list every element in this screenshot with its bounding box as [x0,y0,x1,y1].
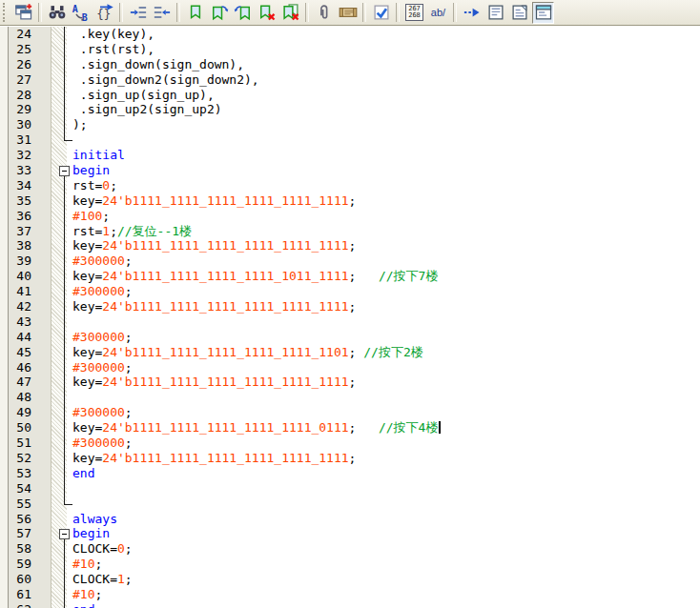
code-line[interactable]: 59#10; [0,557,700,572]
code-line[interactable]: 27 .sign_down2(sign_down2), [0,72,700,88]
bookmark-clear-all-icon [281,3,300,22]
code-text: key=24'b1111_1111_1111_1111_1111_1101; /… [31,345,423,360]
code-line[interactable]: 61#10; [0,587,700,602]
bookmark-toggle-button[interactable] [184,2,206,24]
code-line[interactable]: 28 .sign_up(sign_up), [0,88,700,103]
line-number: 39 [0,253,31,269]
code-line[interactable]: 46#300000; [0,360,700,375]
line-number: 44 [0,330,31,345]
code-line[interactable]: 29 .sign_up2(sign_up2) [0,102,700,117]
code-line[interactable]: 53end [0,466,700,481]
code-line[interactable]: 24 .key(key), [0,27,700,42]
code-line[interactable]: 34rst=0; [0,178,700,193]
bookmark-clear-all-button[interactable] [279,2,301,24]
code-line[interactable]: 47key=24'b1111_1111_1111_1111_1111_1111; [0,375,700,390]
code-line[interactable]: 41#300000; [0,284,700,299]
code-line[interactable]: 33begin [0,163,700,178]
word-wrap-button[interactable]: ab/ [427,2,449,24]
line-number: 32 [0,148,31,163]
bookmark-prev-icon [234,3,253,22]
code-line[interactable]: 30); [0,117,700,132]
code-line[interactable]: 45key=24'b1111_1111_1111_1111_1111_1101;… [0,345,700,360]
code-line[interactable]: 25 .rst(rst), [0,42,700,57]
code-line[interactable]: 54 [0,481,700,497]
code-line[interactable]: 44#300000; [0,330,700,345]
outdent-icon [153,3,172,22]
line-number: 37 [0,224,31,239]
code-line[interactable]: 43 [0,314,700,330]
code-line[interactable]: 56always [0,512,700,527]
code-text: #300000; [31,284,133,299]
line-number: 33 [0,163,31,178]
code-line[interactable]: 31 [0,132,700,148]
view-panel-button[interactable] [532,2,554,24]
line-number: 59 [0,557,31,572]
find-button[interactable] [46,2,68,24]
code-line[interactable]: 40key=24'b1111_1111_1111_1111_1011_1111;… [0,269,700,284]
code-area[interactable]: 24 .key(key),25 .rst(rst),26 .sign_down(… [0,27,700,608]
indent-button[interactable] [127,2,149,24]
jump-indent-icon [463,3,482,22]
code-line[interactable]: 37rst=1;//复位--1楼 [0,224,700,239]
line-number: 46 [0,360,31,375]
code-line[interactable]: 50key=24'b1111_1111_1111_1111_1111_0111;… [0,420,700,436]
code-line[interactable]: 60CLOCK=1; [0,572,700,587]
code-line[interactable]: 55 [0,497,700,512]
code-text [31,314,72,330]
fold-collapse-button[interactable] [59,166,70,176]
line-number: 50 [0,420,31,436]
goto-brace-button[interactable]: {} [93,2,115,24]
code-text: #300000; [31,436,133,451]
syntax-check-button[interactable] [370,2,392,24]
line-number: 57 [0,526,31,541]
bookmark-prev-button[interactable] [232,2,254,24]
line-number: 49 [0,405,31,420]
view-document-button[interactable] [484,2,506,24]
code-line[interactable]: 51#300000; [0,436,700,451]
script-button[interactable] [337,2,359,24]
fold-scope-line [64,539,65,608]
find-replace-button[interactable]: AB [70,2,92,24]
fold-scope-end [64,504,72,505]
code-text: .sign_up(sign_up), [31,88,215,103]
line-number: 29 [0,102,31,117]
code-line[interactable]: 57begin [0,526,700,541]
code-line[interactable]: 58CLOCK=0; [0,541,700,557]
code-line[interactable]: 62end [0,602,700,608]
code-line[interactable]: 38key=24'b1111_1111_1111_1111_1111_1111; [0,238,700,253]
toolbar-separator [396,3,400,22]
line-number: 52 [0,451,31,466]
indent-icon [129,3,148,22]
code-line[interactable]: 42key=24'b1111_1111_1111_1111_1111_1111; [0,299,700,314]
script-icon [339,3,358,22]
jump-indent-button[interactable] [461,2,483,24]
syntax-check-icon [372,3,391,22]
view-outline-button[interactable] [508,2,530,24]
code-line[interactable]: 36#100; [0,209,700,224]
code-line[interactable]: 35key=24'b1111_1111_1111_1111_1111_1111; [0,193,700,209]
line-number: 48 [0,390,31,405]
line-numbers-button[interactable]: 267268 [403,2,425,24]
fold-scope-line [64,175,65,504]
new-window-icon [14,3,33,22]
svg-text:A: A [72,4,77,14]
toolbar-separator [176,3,180,22]
code-line[interactable]: 52key=24'b1111_1111_1111_1111_1111_1111; [0,451,700,466]
line-number: 45 [0,345,31,360]
outdent-button[interactable] [151,2,173,24]
attachment-button[interactable] [313,2,335,24]
code-line[interactable]: 26 .sign_down(sign_down), [0,57,700,72]
code-text: .sign_down2(sign_down2), [31,72,259,88]
goto-brace-icon: {} [95,3,114,22]
new-window-button[interactable] [12,2,34,24]
code-line[interactable]: 49#300000; [0,405,700,420]
bookmark-clear-button[interactable] [256,2,278,24]
fold-collapse-button[interactable] [59,529,70,539]
code-line[interactable]: 39#300000; [0,253,700,269]
line-number: 40 [0,269,31,284]
line-number: 56 [0,512,31,527]
line-number: 62 [0,602,31,608]
bookmark-next-button[interactable] [208,2,230,24]
code-line[interactable]: 32initial [0,148,700,163]
code-line[interactable]: 48 [0,390,700,405]
